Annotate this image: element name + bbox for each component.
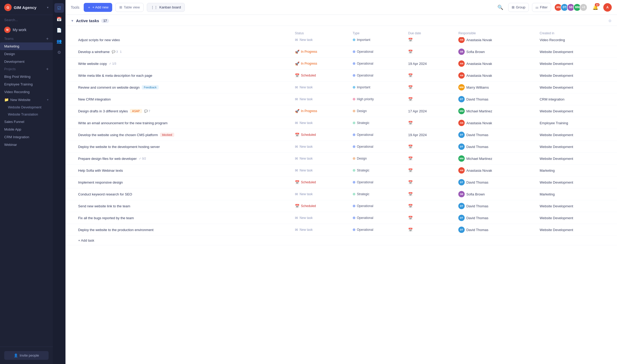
sidebar-item-mobile-app[interactable]: Mobile App [0,126,53,133]
add-new-label: + Add new [92,5,109,9]
responsible-avatar: DT [458,96,465,102]
table-row[interactable]: Fix all the bugs reported by the team ✉ … [65,212,617,224]
task-status-cell: 📅 Scheduled [292,200,350,212]
task-status-cell: ✉ New task [292,212,350,224]
table-row[interactable]: Develop the website using the chosen CMS… [65,129,617,141]
docs-icon[interactable]: 📄 [54,25,64,35]
type-label: High priority [357,97,374,101]
calendar-icon[interactable]: 📅 [54,14,64,24]
user-avatar[interactable]: A [603,3,612,12]
status-label: New task [300,97,313,101]
table-row[interactable]: Deploy the website to the production env… [65,224,617,236]
responsible-name: Anastasia Novak [466,169,492,173]
sidebar-item-sales-funnel[interactable]: Sales Funnel [0,118,53,126]
teams-label: Teams [4,37,13,41]
comment-count: 💬 3 [112,50,118,54]
status-label: New task [300,85,313,89]
task-due-date-cell: 17 Apr 2024 [405,105,455,117]
sidebar-item-design[interactable]: Design [0,50,53,58]
task-status-cell: ✉ New task [292,82,350,93]
search-button[interactable]: 🔍 [496,3,505,12]
task-name-cell: Send new website link to the team [65,200,292,212]
type-label: Operational [357,216,373,220]
sidebar-item-employee-training[interactable]: Employee Training [0,80,53,88]
task-name-cell: Prepare design files for web developer ✓… [65,153,292,165]
table-row[interactable]: Develop a wireframe 💬 3 1 🚀 In Progress … [65,46,617,58]
kanban-board-button[interactable]: ⋮⋮ Kanban board [147,3,185,12]
settings-icon[interactable]: ⚙ [608,19,612,23]
table-row[interactable]: New CRM integration ✉ New task High prio… [65,93,617,105]
logo-icon: G [4,4,12,11]
table-row[interactable]: Design drafts in 3 different styles ASAP… [65,105,617,117]
type-label: Strategic [357,169,369,172]
invite-people-button[interactable]: 👤 Invite people [4,351,49,360]
section-count: 17 [101,19,109,23]
created-in-label: Marketing [540,192,555,196]
sidebar-item-blog-post-writing[interactable]: Blog Post Writing [0,73,53,80]
sidebar-item-development[interactable]: Development [0,58,53,65]
table-row[interactable]: Deploy the website to the development ho… [65,141,617,153]
avatar-more[interactable]: +3 [580,3,587,11]
status-icon: 🚀 [295,50,299,54]
search-input[interactable] [4,18,49,22]
section-title: Active tasks [76,18,99,23]
created-in-label: Website Development [540,133,573,137]
table-row[interactable]: Write website copy ✓ 1/3 🚀 In Progress O… [65,58,617,70]
kanban-board-label: Kanban board [159,5,181,9]
sidebar-item-crm-integration[interactable]: CRM Integration [0,133,53,141]
task-type-cell: Operational [350,141,405,153]
responsible-name: David Thomas [466,145,488,149]
task-created-in-cell: Employee Training [536,117,617,129]
table-view-button[interactable]: ⊞ Table view [115,3,144,12]
table-row[interactable]: Prepare design files for web developer ✓… [65,153,617,165]
add-new-button[interactable]: ＋ + Add new [84,3,112,12]
sidebar-item-new-website[interactable]: 📁 New Website ▾ [0,96,53,104]
sidebar-item-website-translation[interactable]: Website Translation [0,111,53,118]
task-type-cell: Design [350,153,405,165]
status-icon: ✉ [295,121,298,125]
comment-count: 💬 7 [144,109,150,113]
table-row[interactable]: Implement responsive design 📅 Scheduled … [65,176,617,188]
projects-add-button[interactable]: + [46,67,49,71]
sidebar-item-label: Webinar [4,143,17,147]
responsible-avatar: AN [458,37,465,43]
sidebar-item-website-development[interactable]: Website Development [0,104,53,111]
add-task-row[interactable]: + Add task [65,236,617,245]
task-due-date-cell: 📅 [405,165,455,176]
table-row[interactable]: Send new website link to the team 📅 Sche… [65,200,617,212]
teams-add-button[interactable]: + [46,37,49,41]
status-label: New task [300,38,313,42]
my-work-item[interactable]: M My work [0,25,53,35]
task-type-cell: Important [350,82,405,93]
projects-section-header: Projects + [0,65,53,73]
status-label: Scheduled [301,74,316,77]
task-name-cell: Deploy the website to the development ho… [65,141,292,153]
task-created-in-cell: Website Development [536,46,617,58]
task-name-cell: New CRM integration [65,93,292,105]
sidebar-item-webinar[interactable]: Webinar [0,141,53,149]
table-row[interactable]: Review and comment on website design Fee… [65,82,617,93]
type-dot [353,39,355,41]
tasks-icon[interactable]: ☑ [54,3,64,13]
table-row[interactable]: Conduct keyword research for SEO ✉ New t… [65,188,617,200]
type-dot [353,145,355,148]
task-status-cell: 🚀 In Progress [292,105,350,117]
table-row[interactable]: Help Sofia with Webinar texts ✉ New task… [65,165,617,176]
people-icon[interactable]: 👥 [54,36,64,46]
sidebar-item-marketing[interactable]: Marketing [0,42,53,50]
notifications-button[interactable]: 🔔 12 [591,3,600,12]
group-button[interactable]: ⊞ Group [508,3,529,12]
filter-button[interactable]: ⚏ Filter [532,3,551,12]
task-type-cell: Operational [350,212,405,224]
table-row[interactable]: Write meta title & meta description for … [65,70,617,82]
app-logo[interactable]: G GIM Agency ▾ [0,0,53,15]
section-header: ▼ Active tasks 17 ⚙ [65,15,617,26]
table-row[interactable]: Write an email announcement for the new … [65,117,617,129]
sidebar-item-video-recording[interactable]: Video Recording [0,88,53,96]
status-icon: ✉ [295,192,298,196]
sidebar-item-label: Marketing [4,44,19,48]
settings-icon[interactable]: ⚙ [54,47,64,57]
section-toggle[interactable]: ▼ [71,19,74,23]
search-container[interactable] [0,15,53,25]
add-task-button[interactable]: + Add task [65,236,617,245]
